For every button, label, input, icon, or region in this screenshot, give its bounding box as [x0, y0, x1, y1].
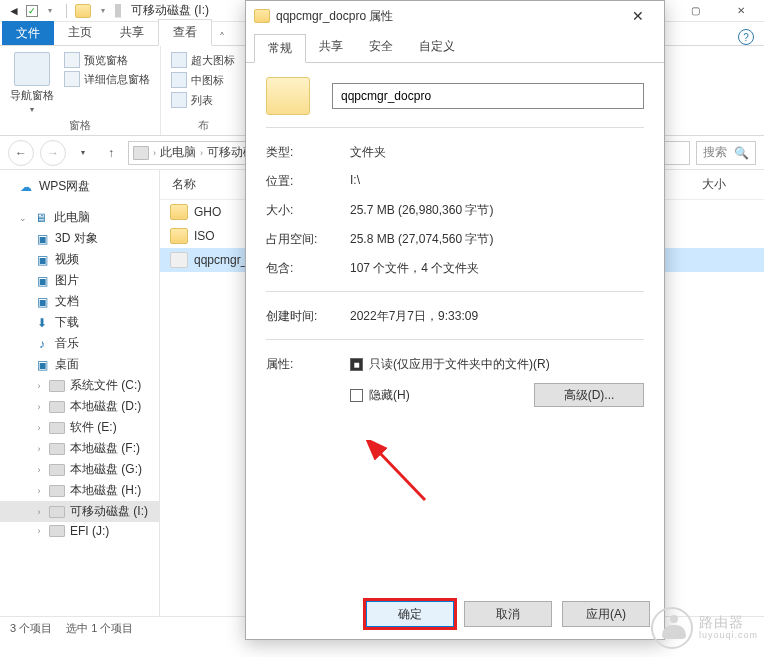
ribbon-tab-view[interactable]: 查看: [158, 19, 212, 46]
tree-documents[interactable]: ▣文档: [0, 291, 159, 312]
nav-up-button[interactable]: ↑: [100, 142, 122, 164]
maximize-button[interactable]: ▢: [672, 0, 718, 22]
checkbox-empty-icon: [350, 389, 363, 402]
hidden-checkbox[interactable]: 隐藏(H): [350, 387, 410, 404]
ribbon-tab-share[interactable]: 共享: [106, 20, 158, 45]
back-history-icon[interactable]: ◄: [6, 3, 22, 19]
pictures-icon: ▣: [34, 274, 50, 288]
search-input[interactable]: 搜索 🔍: [696, 141, 756, 165]
label-created: 创建时间:: [266, 308, 350, 325]
tab-general[interactable]: 常规: [254, 34, 306, 63]
ribbon-collapse-icon[interactable]: ˄: [212, 31, 232, 45]
tree-removable-i[interactable]: ›可移动磁盘 (I:): [0, 501, 159, 522]
nav-forward-button[interactable]: →: [40, 140, 66, 166]
apply-button[interactable]: 应用(A): [562, 601, 650, 627]
medium-icons-button[interactable]: 中图标: [171, 72, 235, 88]
tree-music[interactable]: ♪音乐: [0, 333, 159, 354]
downloads-icon: ⬇: [34, 316, 50, 330]
checkbox-icon[interactable]: ✓: [26, 5, 38, 17]
tree-desktop[interactable]: ▣桌面: [0, 354, 159, 375]
collapse-icon[interactable]: ⌄: [18, 213, 28, 223]
drive-icon: [133, 146, 149, 160]
expand-icon[interactable]: ›: [34, 444, 44, 454]
watermark-logo-icon: [651, 607, 693, 649]
nav-pane-button[interactable]: 导航窗格 ▾: [10, 52, 54, 116]
ok-button[interactable]: 确定: [366, 601, 454, 627]
breadcrumb-this-pc[interactable]: 此电脑: [160, 144, 196, 161]
ribbon-tab-file[interactable]: 文件: [2, 21, 54, 45]
cloud-icon: ☁: [18, 180, 34, 194]
tree-videos[interactable]: ▣视频: [0, 249, 159, 270]
tree-3d-objects[interactable]: ▣3D 对象: [0, 228, 159, 249]
tab-customize[interactable]: 自定义: [406, 33, 468, 62]
status-item-count: 3 个项目: [10, 621, 52, 636]
cube-icon: ▣: [34, 232, 50, 246]
nav-tree[interactable]: ☁WPS网盘 ⌄🖥此电脑 ▣3D 对象 ▣视频 ▣图片 ▣文档 ⬇下载 ♪音乐 …: [0, 170, 160, 616]
tree-downloads[interactable]: ⬇下载: [0, 312, 159, 333]
watermark-line2: luyouqi.com: [699, 631, 758, 641]
expand-icon[interactable]: ›: [34, 507, 44, 517]
tree-pictures[interactable]: ▣图片: [0, 270, 159, 291]
help-icon[interactable]: ?: [738, 29, 754, 45]
search-placeholder: 搜索: [703, 144, 727, 161]
tree-efi-j[interactable]: ›EFI (J:): [0, 522, 159, 540]
preview-pane-button[interactable]: 预览窗格: [64, 52, 150, 68]
folder-icon: [170, 204, 188, 220]
expand-icon[interactable]: ›: [34, 381, 44, 391]
drive-icon: [49, 422, 65, 434]
value-location: I:\: [350, 173, 644, 190]
tree-this-pc[interactable]: ⌄🖥此电脑: [0, 207, 159, 228]
advanced-button[interactable]: 高级(D)...: [534, 383, 644, 407]
tree-sysfiles-c[interactable]: ›系统文件 (C:): [0, 375, 159, 396]
details-pane-button[interactable]: 详细信息窗格: [64, 71, 150, 87]
drive-icon: [49, 464, 65, 476]
label-size: 大小:: [266, 202, 350, 219]
close-button[interactable]: ✕: [718, 0, 764, 22]
ribbon-tab-home[interactable]: 主页: [54, 20, 106, 45]
folder-icon: [170, 252, 188, 268]
pc-icon: 🖥: [33, 211, 49, 225]
expand-icon[interactable]: ›: [34, 526, 44, 536]
folder-icon: [170, 228, 188, 244]
dialog-close-button[interactable]: ✕: [620, 4, 656, 28]
dialog-titlebar[interactable]: qqpcmgr_docpro 属性 ✕: [246, 1, 664, 31]
tree-local-g[interactable]: ›本地磁盘 (G:): [0, 459, 159, 480]
nav-back-button[interactable]: ←: [8, 140, 34, 166]
label-location: 位置:: [266, 173, 350, 190]
tree-local-h[interactable]: ›本地磁盘 (H:): [0, 480, 159, 501]
tree-wps[interactable]: ☁WPS网盘: [0, 176, 159, 197]
watermark-line1: 路由器: [699, 615, 758, 630]
properties-dialog: qqpcmgr_docpro 属性 ✕ 常规 共享 安全 自定义 类型:文件夹 …: [245, 0, 665, 640]
label-type: 类型:: [266, 144, 350, 161]
expand-icon[interactable]: ›: [34, 465, 44, 475]
nav-history-dropdown[interactable]: ▾: [72, 142, 94, 164]
tab-sharing[interactable]: 共享: [306, 33, 356, 62]
folder-icon: [75, 4, 91, 18]
checkbox-filled-icon: ■: [350, 358, 363, 371]
cancel-button[interactable]: 取消: [464, 601, 552, 627]
folder-name-input[interactable]: [332, 83, 644, 109]
list-view-button[interactable]: 列表: [171, 92, 235, 108]
qat-dropdown-icon[interactable]: ▾: [42, 3, 58, 19]
expand-icon[interactable]: ›: [34, 486, 44, 496]
qat-dropdown2-icon[interactable]: ▾: [95, 3, 111, 19]
value-size: 25.7 MB (26,980,360 字节): [350, 202, 644, 219]
tree-soft-e[interactable]: ›软件 (E:): [0, 417, 159, 438]
header-size[interactable]: 大小: [690, 170, 764, 199]
expand-icon[interactable]: ›: [34, 423, 44, 433]
dialog-title: qqpcmgr_docpro 属性: [276, 8, 393, 25]
status-selected-count: 选中 1 个项目: [66, 621, 133, 636]
drive-icon: [49, 443, 65, 455]
readonly-checkbox[interactable]: ■ 只读(仅应用于文件夹中的文件)(R): [350, 356, 644, 373]
label-size-on-disk: 占用空间:: [266, 231, 350, 248]
tree-local-f[interactable]: ›本地磁盘 (F:): [0, 438, 159, 459]
tab-security[interactable]: 安全: [356, 33, 406, 62]
panes-group-label: 窗格: [10, 116, 150, 133]
extra-large-icons-button[interactable]: 超大图标: [171, 52, 235, 68]
tree-local-d[interactable]: ›本地磁盘 (D:): [0, 396, 159, 417]
expand-icon[interactable]: ›: [34, 402, 44, 412]
dialog-tabs: 常规 共享 安全 自定义: [246, 33, 664, 63]
chevron-right-icon: ›: [200, 148, 203, 158]
search-icon: 🔍: [734, 146, 749, 160]
watermark: 路由器 luyouqi.com: [651, 607, 758, 649]
